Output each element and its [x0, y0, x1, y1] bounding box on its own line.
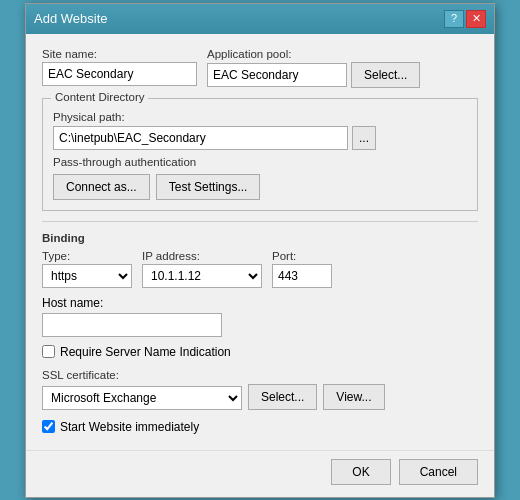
ssl-view-button[interactable]: View...: [323, 384, 384, 410]
site-name-group: Site name:: [42, 48, 197, 88]
help-button[interactable]: ?: [444, 10, 464, 28]
title-bar-buttons: ? ✕: [444, 10, 486, 28]
dialog-title: Add Website: [34, 11, 107, 26]
browse-button[interactable]: ...: [352, 126, 376, 150]
ok-button[interactable]: OK: [331, 459, 390, 485]
ssl-row: Microsoft Exchange Select... View...: [42, 384, 478, 410]
binding-section: Binding Type: https IP address: 10.1.1.1…: [42, 232, 478, 359]
dialog-body: Site name: Application pool: Select... C…: [26, 34, 494, 450]
binding-divider: [42, 221, 478, 222]
host-name-row: Host name:: [42, 296, 478, 337]
title-bar: Add Website ? ✕: [26, 4, 494, 34]
ip-label: IP address:: [142, 250, 262, 262]
binding-section-label: Binding: [42, 232, 478, 244]
pass-through-label: Pass-through authentication: [53, 156, 467, 168]
app-pool-label: Application pool:: [207, 48, 420, 60]
app-pool-select-button[interactable]: Select...: [351, 62, 420, 88]
start-website-label: Start Website immediately: [60, 420, 199, 434]
sni-label: Require Server Name Indication: [60, 345, 231, 359]
add-website-dialog: Add Website ? ✕ Site name: Application p…: [25, 3, 495, 498]
binding-row: Type: https IP address: 10.1.1.12 Port:: [42, 250, 478, 288]
site-apppool-row: Site name: Application pool: Select...: [42, 48, 478, 88]
type-group: Type: https: [42, 250, 132, 288]
site-name-input[interactable]: [42, 62, 197, 86]
ip-select[interactable]: 10.1.1.12: [142, 264, 262, 288]
ssl-select-button[interactable]: Select...: [248, 384, 317, 410]
port-input[interactable]: [272, 264, 332, 288]
sni-checkbox[interactable]: [42, 345, 55, 358]
ssl-label: SSL certificate:: [42, 369, 478, 381]
close-button[interactable]: ✕: [466, 10, 486, 28]
site-name-label: Site name:: [42, 48, 197, 60]
app-pool-group: Application pool: Select...: [207, 48, 420, 88]
start-website-row: Start Website immediately: [42, 420, 478, 434]
auth-buttons-row: Connect as... Test Settings...: [53, 174, 467, 200]
host-name-label: Host name:: [42, 296, 478, 310]
host-name-input[interactable]: [42, 313, 222, 337]
test-settings-button[interactable]: Test Settings...: [156, 174, 261, 200]
cancel-button[interactable]: Cancel: [399, 459, 478, 485]
port-label: Port:: [272, 250, 332, 262]
port-group: Port:: [272, 250, 332, 288]
ssl-section: SSL certificate: Microsoft Exchange Sele…: [42, 369, 478, 410]
ssl-select[interactable]: Microsoft Exchange: [42, 386, 242, 410]
physical-path-row: ...: [53, 126, 467, 150]
ip-group: IP address: 10.1.1.12: [142, 250, 262, 288]
dialog-footer: OK Cancel: [26, 450, 494, 497]
physical-path-section: Physical path: ... Pass-through authenti…: [53, 111, 467, 200]
content-directory-group: Content Directory Physical path: ... Pas…: [42, 98, 478, 211]
physical-path-input[interactable]: [53, 126, 348, 150]
type-select[interactable]: https: [42, 264, 132, 288]
content-directory-legend: Content Directory: [51, 91, 148, 103]
sni-row: Require Server Name Indication: [42, 345, 478, 359]
start-website-checkbox[interactable]: [42, 420, 55, 433]
type-label: Type:: [42, 250, 132, 262]
app-pool-input[interactable]: [207, 63, 347, 87]
physical-path-label: Physical path:: [53, 111, 467, 123]
connect-as-button[interactable]: Connect as...: [53, 174, 150, 200]
